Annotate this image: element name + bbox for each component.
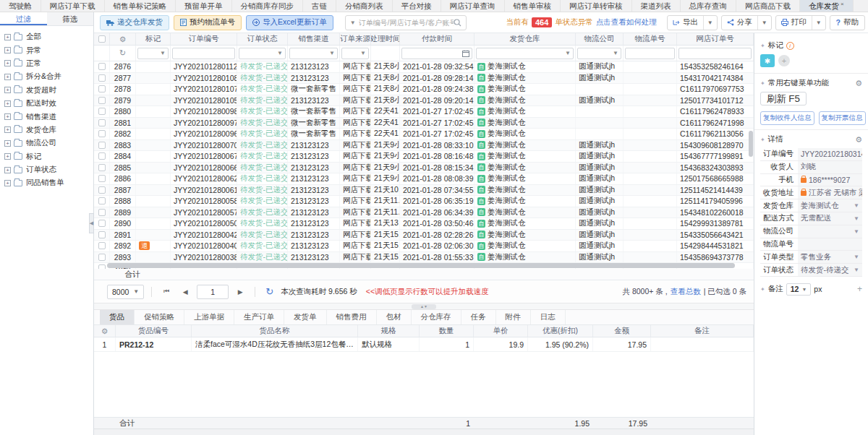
search-icon[interactable]	[454, 19, 461, 27]
shop-order-no-filter-input[interactable]	[678, 48, 752, 59]
expand-plus-icon[interactable]: +	[4, 100, 11, 107]
col-header-pay-time[interactable]: 付款时间	[400, 33, 475, 45]
goods-table-row[interactable]: 1 PR212-12 洁柔face可湿水4D压花纹无香抽纸3层12包餐… 默认规…	[94, 337, 754, 352]
row-checkbox[interactable]	[98, 108, 106, 115]
table-row[interactable]: 2878JYY202101280107待发货-已递交微一套新零售网店下载21天8…	[94, 84, 754, 95]
table-row[interactable]: 2885JYY202101280066待发货-已递交213123123网店下载2…	[94, 163, 754, 174]
col-header-status[interactable]: 订单状态	[237, 33, 288, 45]
expand-plus-icon[interactable]: +	[4, 180, 11, 186]
table-row[interactable]: 2883JYY202101280070待发货-已递交213123123网店下载2…	[94, 140, 754, 152]
goods-col-spec[interactable]: 规格	[358, 325, 420, 337]
window-tab-8[interactable]: 平台对接	[393, 0, 441, 12]
expand-plus-icon[interactable]: +	[4, 74, 11, 80]
sidebar-tab-sift[interactable]: 筛选	[47, 12, 94, 25]
table-row[interactable]: 2891JYY202101280042待发货-已递交213123123网店下载2…	[94, 230, 754, 241]
detail-tab-2[interactable]: 促销策略	[135, 310, 184, 324]
expand-plus-icon[interactable]: +	[4, 34, 11, 40]
copy-receiver-info-button[interactable]: 复制收件人信息	[760, 111, 814, 125]
row-checkbox[interactable]	[98, 175, 106, 182]
row-checkbox[interactable]	[98, 220, 106, 227]
alert-help-link[interactable]: 点击查看如何处理	[596, 17, 657, 27]
print-button[interactable]: 打印 ▼	[775, 15, 826, 30]
col-header-warehouse[interactable]: 发货仓库	[475, 33, 576, 45]
col-header-mark[interactable]: 标记	[136, 33, 171, 45]
row-checkbox[interactable]	[98, 85, 106, 92]
source-filter-select[interactable]: ▼	[341, 48, 369, 59]
submit-to-warehouse-button[interactable]: 递交仓库发货	[100, 15, 169, 30]
tree-item-7[interactable]: +销售渠道	[4, 110, 93, 123]
add-mark-icon[interactable]: +	[778, 55, 790, 66]
col-header-source[interactable]: 订单来源	[340, 33, 371, 45]
table-row[interactable]: 2892退JYY202101280040待发货-已递交213123123网店下载…	[94, 241, 754, 252]
mark-tag-button[interactable]: ✱	[760, 54, 775, 67]
row-checkbox[interactable]	[98, 119, 106, 126]
tree-item-3[interactable]: +正常	[4, 57, 93, 70]
search-type-caret-icon[interactable]: ▼	[350, 20, 356, 26]
expand-plus-icon[interactable]: +	[4, 47, 11, 53]
table-row[interactable]: 2879JYY202101280105待发货-已递交213123123网店下载2…	[94, 95, 754, 107]
col-header-tracking-no[interactable]: 物流单号	[624, 33, 677, 45]
goods-col-code[interactable]: 货品编号	[116, 325, 192, 337]
detail-tab-8[interactable]: 分仓库存	[412, 310, 461, 324]
note-font-size-select[interactable]: 12▼	[786, 283, 812, 296]
share-button[interactable]: 分享 ▼	[721, 15, 772, 30]
search-input[interactable]	[359, 19, 454, 27]
menu-settings-gear-icon[interactable]: ⚙	[855, 79, 862, 88]
table-row[interactable]: 2886JYY202101280062待发货-已递交213123123网店下载2…	[94, 173, 754, 185]
select-all-checkbox[interactable]	[98, 35, 106, 43]
expand-plus-icon[interactable]: +	[4, 153, 11, 160]
detail-field-value[interactable]: ▼	[798, 225, 862, 238]
row-checkbox[interactable]	[98, 231, 106, 238]
window-tab-1[interactable]: 驾驶舱	[0, 0, 41, 12]
table-row[interactable]: 2884JYY202101280067待发货-已递交213123123网店下载2…	[94, 151, 754, 163]
view-total-link[interactable]: 查看总数	[671, 287, 701, 297]
print-dropdown-caret[interactable]: ▼	[812, 16, 825, 30]
next-page-button[interactable]: ▶	[233, 285, 247, 299]
row-checkbox[interactable]	[98, 97, 106, 104]
detail-tab-9[interactable]: 任务	[461, 310, 496, 324]
tree-item-1[interactable]: +全部	[4, 30, 93, 43]
refresh-query-icon[interactable]: ↻	[265, 286, 273, 297]
import-excel-button[interactable]: 导入Excel更新订单	[246, 15, 333, 30]
prev-page-button[interactable]: ◀	[178, 285, 192, 299]
window-tab-3[interactable]: 销售单标记策略	[105, 0, 176, 12]
tree-item-11[interactable]: +订单状态	[4, 163, 93, 176]
table-row[interactable]: 2888JYY202101280058待发货-已递交213123123网店下载2…	[94, 196, 754, 207]
tree-item-8[interactable]: +发货仓库	[4, 124, 93, 137]
table-row[interactable]: 2880JYY202101280098待发货-已递交微一套新零售网店下载22天4…	[94, 106, 754, 118]
detail-tab-4[interactable]: 生产订单	[234, 310, 284, 324]
row-checkbox[interactable]	[98, 142, 106, 149]
sidebar-tab-filter[interactable]: 过滤	[0, 12, 47, 25]
chevron-down-icon[interactable]: ▼	[854, 254, 859, 260]
current-page-input[interactable]: 1	[197, 285, 229, 299]
help-button[interactable]: ? 帮助	[830, 15, 865, 30]
row-checkbox[interactable]	[98, 254, 106, 261]
mark-filter-select[interactable]: ▼	[137, 48, 169, 59]
detail-tab-5[interactable]: 发货单	[284, 310, 327, 324]
col-header-shop-order-no[interactable]: 网店订单号	[677, 33, 754, 45]
book-tracking-number-button[interactable]: 预约物流单号	[174, 15, 242, 30]
info-icon[interactable]: i	[786, 42, 794, 50]
table-row[interactable]: 2877JYY202101280108待发货-已递交213123123网店下载2…	[94, 73, 754, 85]
detail-tab-7[interactable]: 包材	[377, 310, 412, 324]
copy-invoice-info-button[interactable]: 复制开票信息	[819, 111, 866, 125]
table-row[interactable]: 2890JYY202101280050待发货-已递交213123123网店下载2…	[94, 218, 754, 230]
expand-plus-icon[interactable]: +	[4, 167, 11, 173]
window-tab-7[interactable]: 分销商列表	[336, 0, 393, 12]
detail-tab-1[interactable]: 货品	[100, 310, 135, 324]
window-tab-9[interactable]: 网店订单查询	[441, 0, 505, 12]
detail-tab-3[interactable]: 上游单据	[184, 310, 234, 324]
expand-plus-icon[interactable]: +	[4, 113, 11, 120]
tree-item-4[interactable]: +拆分&合并	[4, 70, 93, 83]
logistics-filter-select[interactable]: ▼	[577, 48, 621, 59]
goods-col-price[interactable]: 单价	[474, 325, 528, 337]
window-tab-2[interactable]: 网店订单下载	[41, 0, 105, 12]
window-tab-5[interactable]: 分销商库存同步	[232, 0, 304, 12]
horizontal-scrollbar[interactable]	[107, 263, 735, 268]
table-row[interactable]: 2881JYY202101280097待发货-已递交微一套新零售网店下载22天4…	[94, 118, 754, 129]
row-checkbox[interactable]	[98, 74, 106, 82]
goods-col-discount[interactable]: 优惠(折扣)	[528, 325, 593, 337]
table-row[interactable]: 2876JYY202101280112待发货-已递交213123123网店下载2…	[94, 61, 754, 73]
row-checkbox[interactable]	[98, 209, 106, 216]
detail-tab-10[interactable]: 附件	[496, 310, 531, 324]
